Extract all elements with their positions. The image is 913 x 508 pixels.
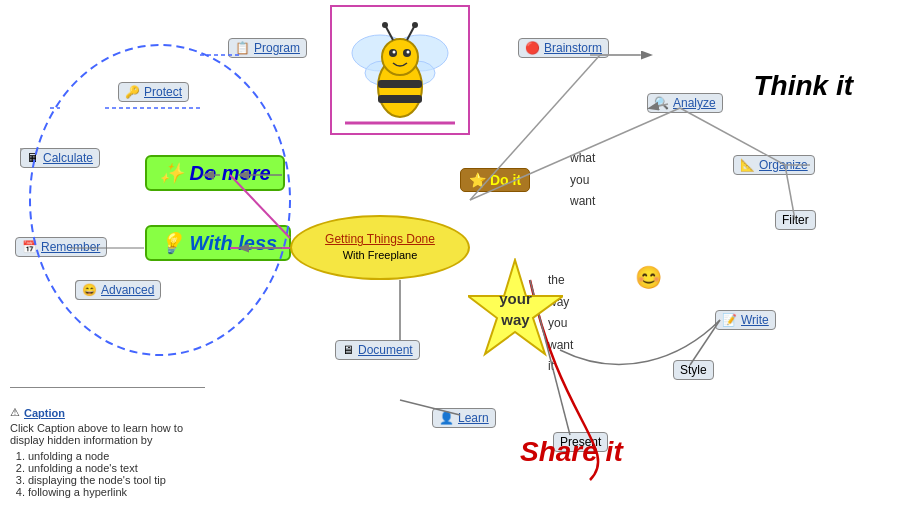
caption-step-1: unfolding a node	[28, 450, 210, 462]
word-what: what	[570, 148, 595, 170]
with-less-label: With less	[190, 232, 278, 254]
brainstorm-label: Brainstorm	[544, 41, 602, 55]
advanced-icon: 😄	[82, 283, 97, 297]
caption-icon: ⚠	[10, 406, 20, 419]
caption-step-4: following a hyperlink	[28, 486, 210, 498]
caption-area: ⚠ Caption Click Caption above to learn h…	[10, 406, 210, 498]
your-way-container: yourway	[468, 258, 563, 373]
do-it-node[interactable]: ⭐ Do it	[460, 168, 530, 192]
protect-label: Protect	[144, 85, 182, 99]
svg-point-33	[407, 51, 410, 54]
protect-icon: 🔑	[125, 85, 140, 99]
write-icon: 📝	[722, 313, 737, 327]
getting-things-done-link[interactable]: Getting Things Done	[325, 231, 435, 248]
analyze-icon: 🔍	[654, 96, 669, 110]
word-want: want	[570, 191, 595, 213]
caption-step-3: displaying the node's tool tip	[28, 474, 210, 486]
analyze-label: Analyze	[673, 96, 716, 110]
remember-icon: 📅	[22, 240, 37, 254]
calculate-label: Calculate	[43, 151, 93, 165]
caption-step-2: unfolding a node's text	[28, 462, 210, 474]
svg-rect-28	[378, 95, 422, 103]
write-label: Write	[741, 313, 769, 327]
advanced-label: Advanced	[101, 283, 154, 297]
svg-point-35	[382, 22, 388, 28]
your-way-text: yourway	[468, 288, 563, 330]
with-less-icon: 💡	[159, 232, 184, 254]
do-it-icon: ⭐	[469, 172, 486, 188]
program-label: Program	[254, 41, 300, 55]
document-label: Document	[358, 343, 413, 357]
document-icon: 🖥	[342, 343, 354, 357]
program-icon: 📋	[235, 41, 250, 55]
svg-point-37	[412, 22, 418, 28]
learn-icon: 👤	[439, 411, 454, 425]
calculate-node[interactable]: 7 🖩 Calculate	[20, 148, 80, 168]
caption-divider	[10, 387, 205, 388]
with-freeplane-text: With Freeplane	[343, 248, 418, 263]
brainstorm-icon: 🔴	[525, 41, 540, 55]
calculate-icon: 🖩	[27, 151, 39, 165]
style-label: Style	[680, 363, 707, 377]
filter-label: Filter	[782, 213, 809, 227]
word-you: you	[570, 170, 595, 192]
think-it-text: Think it	[753, 70, 853, 102]
do-more-node[interactable]: ✨ Do more	[145, 155, 285, 191]
caption-steps: unfolding a node unfolding a node's text…	[28, 450, 210, 498]
advanced-node[interactable]: 😄 Advanced	[75, 280, 161, 300]
do-more-label: Do more	[190, 162, 271, 184]
learn-label: Learn	[458, 411, 489, 425]
share-it-text: Share it	[520, 436, 623, 468]
word-list: what you want	[570, 148, 595, 213]
with-less-node[interactable]: 💡 With less	[145, 225, 291, 261]
caption-title[interactable]: Caption	[24, 407, 65, 419]
do-more-icon: ✨	[159, 162, 184, 184]
smiley-icon: 😊	[635, 265, 662, 291]
organize-icon: 📐	[740, 158, 755, 172]
caption-intro: Click Caption above to learn how to disp…	[10, 422, 210, 446]
svg-rect-27	[378, 80, 422, 88]
svg-point-32	[393, 51, 396, 54]
svg-point-29	[382, 39, 418, 75]
do-it-label: Do it	[490, 172, 521, 188]
bee-image	[330, 5, 470, 135]
remember-label: Remember	[41, 240, 100, 254]
center-oval: Getting Things Done With Freeplane	[290, 215, 470, 280]
organize-label: Organize	[759, 158, 808, 172]
